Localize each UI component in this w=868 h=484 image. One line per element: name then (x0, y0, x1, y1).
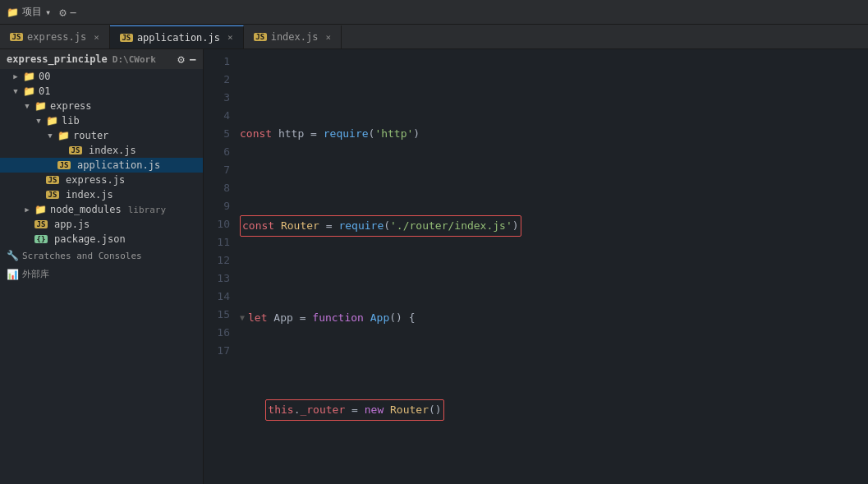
token-4d: () (429, 403, 442, 416)
project-label: 项目 (22, 5, 42, 19)
tree-item-00[interactable]: ▶ 📁 00 (0, 69, 203, 84)
tree-item-lib[interactable]: ▼ 📁 lib (0, 113, 203, 128)
line-num-6: 6 (204, 143, 230, 161)
tab-index-js-close[interactable]: × (325, 32, 331, 43)
token-2c: ( (383, 219, 390, 232)
project-dropdown-arrow: ▾ (45, 7, 51, 18)
folder-icon-00: 📁 (23, 71, 35, 82)
tree-label-router: router (73, 130, 108, 141)
line-num-14: 14 (204, 288, 230, 306)
external-libs-label: 外部库 (22, 268, 49, 280)
tree-item-node-modules[interactable]: ▶ 📁 node_modules library (0, 202, 203, 217)
code-line-2: const Router = require('./router/index.j… (240, 215, 868, 237)
tree-label-package: package.json (54, 233, 126, 245)
line-num-11: 11 (204, 233, 230, 251)
sidebar-header: express_principle D:\CWork ⚙ − (0, 49, 203, 69)
tree-item-app-js[interactable]: JS app.js (0, 217, 203, 232)
folder-icon-router: 📁 (57, 130, 70, 141)
line-num-16: 16 (204, 324, 230, 342)
tree-label-00: 00 (39, 71, 50, 82)
code-editor[interactable]: 1 2 3 4 5 6 7 8 9 10 11 12 13 14 15 16 1… (204, 49, 868, 484)
line-num-17: 17 (204, 342, 230, 360)
tab-bar: JS express.js × JS application.js × JS i… (0, 25, 868, 49)
tab-application-js[interactable]: JS application.js × (110, 25, 244, 48)
arrow-icon-router: ▼ (46, 131, 54, 140)
tree-item-01[interactable]: ▼ 📁 01 (0, 84, 203, 99)
sidebar: express_principle D:\CWork ⚙ − ▶ 📁 00 ▼ … (0, 49, 204, 484)
tab-express-js[interactable]: JS express.js × (0, 25, 110, 48)
js-icon-app-js: JS (34, 220, 48, 228)
arrow-icon-express: ▼ (23, 102, 31, 110)
line-num-4: 4 (204, 107, 230, 125)
tab-index-js[interactable]: JS index.js × (244, 25, 342, 48)
token-app-fn-3: App (370, 309, 389, 327)
token-require-1: require (324, 125, 369, 143)
line-num-3: 3 (204, 89, 230, 107)
tree-item-express-js[interactable]: JS express.js (0, 173, 203, 187)
line-num-8: 8 (204, 179, 230, 197)
line-num-2: 2 (204, 71, 230, 89)
js-icon-express-js: JS (46, 176, 59, 184)
tree-item-express[interactable]: ▼ 📁 express (0, 99, 203, 113)
main-layout: express_principle D:\CWork ⚙ − ▶ 📁 00 ▼ … (0, 49, 868, 484)
code-lines: const http = require('http') const Route… (240, 53, 868, 484)
token-4indent (240, 401, 265, 419)
tree-item-package-json[interactable]: {} package.json (0, 232, 203, 247)
token-3a: App = (268, 309, 313, 327)
tree-item-router[interactable]: ▼ 📁 router (0, 128, 203, 143)
token-1c: ) (413, 125, 420, 143)
line-num-10: 10 (204, 215, 230, 233)
tree-label-01: 01 (39, 85, 50, 97)
tree-item-application-js[interactable]: JS application.js (0, 158, 203, 173)
sidebar-project-name: express_principle (7, 53, 108, 65)
token-3b (364, 309, 370, 327)
line-num-5: 5 (204, 125, 230, 143)
arrow-icon-lib: ▼ (34, 117, 43, 125)
folder-icon-lib: 📁 (46, 115, 58, 127)
sidebar-project-path: D:\CWork (113, 54, 156, 65)
token-2b: = (319, 219, 338, 232)
red-box-line4: this._router = new Router() (265, 399, 443, 421)
tab-application-js-close[interactable]: × (227, 32, 233, 43)
folder-icon-01: 📁 (23, 85, 35, 97)
sidebar-gear-icon[interactable]: ⚙ (177, 53, 184, 66)
sidebar-scratches[interactable]: 🔧 Scratches and Consoles (0, 247, 203, 265)
project-menu[interactable]: 📁 项目 ▾ (7, 5, 51, 19)
title-actions: ⚙ − (59, 6, 76, 19)
token-const-2: const (242, 219, 274, 232)
tab-express-js-close[interactable]: × (94, 32, 99, 43)
token-let-3: let (248, 309, 267, 327)
tree-label-express-js: express.js (66, 174, 125, 186)
scratches-label: Scratches and Consoles (22, 251, 142, 261)
arrow-icon-00: ▶ (11, 72, 20, 81)
token-str-1: 'http' (374, 125, 413, 143)
minus-button[interactable]: − (70, 6, 76, 19)
red-box-line2: const Router = require('./router/index.j… (240, 215, 521, 237)
title-bar: 📁 项目 ▾ ⚙ − (0, 0, 868, 25)
token-2a (274, 219, 281, 232)
token-4c (383, 403, 390, 416)
fold-marker-3: ▼ (240, 309, 245, 327)
sidebar-external-libs[interactable]: 📊 外部库 (0, 265, 203, 283)
token-this-4: this (268, 403, 293, 416)
token-const-1: const (240, 125, 272, 143)
sidebar-minus-icon[interactable]: − (190, 53, 196, 66)
tree-label-application: application.js (77, 159, 160, 171)
folder-icon-node-modules: 📁 (34, 204, 47, 215)
gear-button[interactable]: ⚙ (59, 6, 66, 19)
tree-item-index-inner[interactable]: JS index.js (0, 143, 203, 158)
token-3c: () { (389, 309, 415, 327)
token-router-4: _router (300, 403, 345, 416)
token-fn-kw-3: function (312, 309, 364, 327)
token-2d: ) (512, 219, 519, 232)
code-area: 1 2 3 4 5 6 7 8 9 10 11 12 13 14 15 16 1… (204, 49, 868, 484)
tree-label-node-modules: node_modules (50, 204, 122, 215)
token-class-4: Router (390, 403, 429, 416)
token-str-2: './router/index.js' (390, 219, 512, 232)
code-line-1: const http = require('http') (240, 125, 868, 143)
js-file-icon-active: JS (120, 34, 133, 42)
tab-index-js-label: index.js (271, 31, 319, 43)
project-icon: 📁 (7, 7, 19, 18)
tree-item-index-js[interactable]: JS index.js (0, 187, 203, 202)
tab-express-js-label: express.js (27, 31, 86, 43)
